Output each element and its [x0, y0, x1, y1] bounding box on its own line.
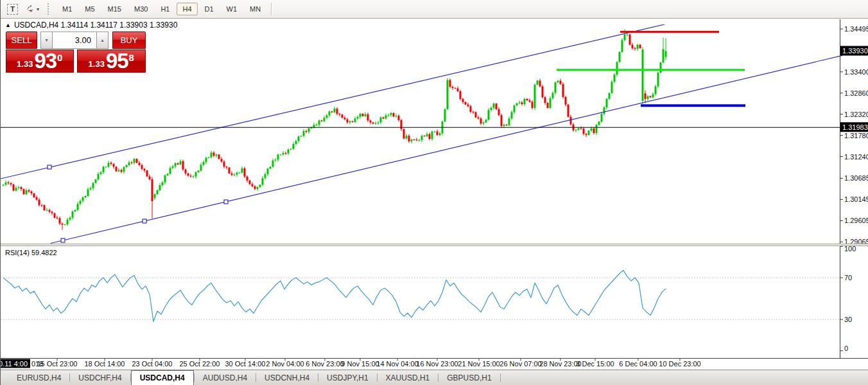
arrows-icon: [24, 4, 35, 13]
time-partial-label: 018: [31, 360, 43, 368]
one-click-trading-panel: SELL ▾ 3.00 ▴ BUY 1.33 93 0 1.33 95 8: [6, 31, 146, 73]
timeframe-button-m30[interactable]: M30: [128, 3, 153, 15]
volume-input[interactable]: 3.00: [53, 31, 96, 49]
sell-price-big: 93: [34, 50, 56, 71]
rsi-tick-label: 70: [844, 274, 852, 282]
time-tick-label: 30 Oct 14:00: [225, 360, 266, 368]
symbol-tab-usdjpy[interactable]: USDJPY,H1: [318, 370, 376, 385]
symbol-tab-eurusd[interactable]: EURUSD,H4: [8, 370, 69, 385]
volume-decrease-button[interactable]: ▾: [40, 31, 53, 49]
time-tick-label: 28 Nov 23:00: [539, 360, 581, 368]
time-tick-label: 6 Nov 23:00: [306, 360, 343, 368]
price-badge-label: 1.33930: [842, 47, 868, 55]
sell-button[interactable]: SELL: [6, 31, 37, 49]
time-tick-label: 14 Nov 04:00: [376, 360, 418, 368]
time-badge-label: 0.11 4:00: [1, 360, 28, 368]
time-axis: 15 Oct 23:0018 Oct 14:0023 Oct 04:0025 O…: [1, 359, 701, 368]
symbol-tab-audusd[interactable]: AUDUSD,H4: [195, 370, 256, 385]
price-tick-label: 1.31780: [844, 132, 868, 139]
symbol-tab-usdcad[interactable]: USDCAD,H4: [131, 370, 194, 385]
timeframe-button-w1[interactable]: W1: [221, 3, 243, 15]
time-tick-label: 3 Dec 15:00: [576, 360, 614, 368]
tab-separator: [500, 373, 501, 382]
time-tick-label: 16 Nov 23:00: [416, 360, 458, 368]
price-tick-label: 1.34495: [844, 25, 868, 33]
sell-price-button[interactable]: 1.33 93 0: [6, 49, 74, 73]
rsi-tick-label: 30: [844, 316, 852, 323]
timeframe-button-m1[interactable]: M1: [56, 3, 78, 15]
rsi-indicator-pane: [1, 271, 840, 322]
timeframe-button-d1[interactable]: D1: [199, 3, 220, 15]
sell-price-pip: 0: [57, 52, 62, 63]
symbol-tab-xauusd[interactable]: XAUUSD,H1: [378, 370, 438, 385]
price-tick-label: 1.30685: [844, 174, 868, 182]
time-tick-label: 26 Nov 07:00: [499, 360, 541, 368]
buy-price-prefix: 1.33: [89, 59, 105, 69]
channel-handle[interactable]: [61, 238, 65, 242]
buy-price-big: 95: [106, 50, 128, 71]
rsi-line: [3, 271, 666, 322]
rsi-axis: 10070300: [840, 245, 856, 352]
toolbar-separator: [271, 3, 272, 15]
toolbar-drag-handle[interactable]: [48, 3, 52, 15]
toolbar: T ▾ M1M5M15M30H1H4D1W1MN: [1, 0, 868, 19]
timeframe-button-h1[interactable]: H1: [155, 3, 175, 15]
arrows-tool-button[interactable]: ▾: [21, 2, 42, 16]
time-tick-label: 9 Nov 15:00: [341, 360, 379, 368]
symbol-tab-usdchf[interactable]: USDCHF,H4: [70, 370, 130, 385]
symbol-tab-bar: EURUSD,H4USDCHF,H4USDCAD,H4AUDUSD,H4USDC…: [1, 370, 868, 385]
chart-title-bar: ▲ USDCAD,H4 1.34114 1.34117 1.33903 1.33…: [5, 21, 177, 30]
time-tick-label: 10 Dec 23:00: [659, 360, 700, 368]
channel-handle[interactable]: [224, 200, 228, 204]
rsi-tick-label: 0: [844, 345, 848, 352]
collapse-panel-icon[interactable]: ▲: [5, 22, 11, 28]
symbol-tab-gbpusd[interactable]: GBPUSD,H1: [438, 370, 499, 385]
price-tick-label: 1.30145: [844, 195, 868, 203]
buy-button[interactable]: BUY: [112, 31, 146, 49]
symbol-tab-usdcnh[interactable]: USDCNH,H4: [256, 370, 318, 385]
price-tick-label: 1.29605: [844, 217, 868, 224]
text-tool-icon: T: [7, 4, 18, 15]
terminal-window: { "toolbar": { "text_tool_label": "T", "…: [0, 0, 868, 385]
time-tick-label: 6 Dec 04:00: [619, 360, 657, 368]
time-tick-label: 18 Oct 14:00: [85, 360, 125, 368]
timeframe-button-mn[interactable]: MN: [244, 3, 266, 15]
time-tick-label: 25 Oct 22:00: [180, 360, 220, 368]
timeframe-button-m15[interactable]: M15: [102, 3, 127, 15]
timeframe-button-group: M1M5M15M30H1H4D1W1MN: [56, 3, 267, 15]
channel-handle[interactable]: [143, 219, 146, 223]
timeframe-button-h4[interactable]: H4: [177, 3, 197, 15]
time-tick-label: 21 Nov 15:00: [458, 360, 499, 368]
price-tick-label: 1.33400: [844, 68, 868, 76]
buy-price-pip: 8: [129, 52, 134, 63]
rsi-label: RSI(14) 59.4822: [5, 249, 57, 256]
channel-handle[interactable]: [48, 165, 51, 169]
buy-price-button[interactable]: 1.33 95 8: [77, 49, 146, 73]
price-tick-label: 1.32860: [844, 89, 868, 97]
price-tick-label: 1.31240: [844, 153, 868, 161]
dropdown-caret-icon: ▾: [37, 6, 39, 12]
timeframe-button-m5[interactable]: M5: [79, 3, 100, 15]
time-tick-label: 2 Nov 04:00: [266, 360, 304, 368]
time-tick-label: 23 Oct 04:00: [132, 360, 173, 368]
sell-price-prefix: 1.33: [17, 59, 33, 69]
chart-title-text: USDCAD,H4 1.34114 1.34117 1.33903 1.3393…: [14, 21, 177, 30]
volume-increase-button[interactable]: ▴: [96, 31, 108, 49]
text-tool-button[interactable]: T: [4, 2, 21, 16]
price-axis: 1.344951.334001.328601.323201.317801.312…: [840, 25, 868, 246]
price-badge-label: 1.31983: [842, 123, 868, 131]
pane-splitter[interactable]: [1, 244, 868, 246]
price-tick-label: 1.32320: [844, 111, 868, 118]
